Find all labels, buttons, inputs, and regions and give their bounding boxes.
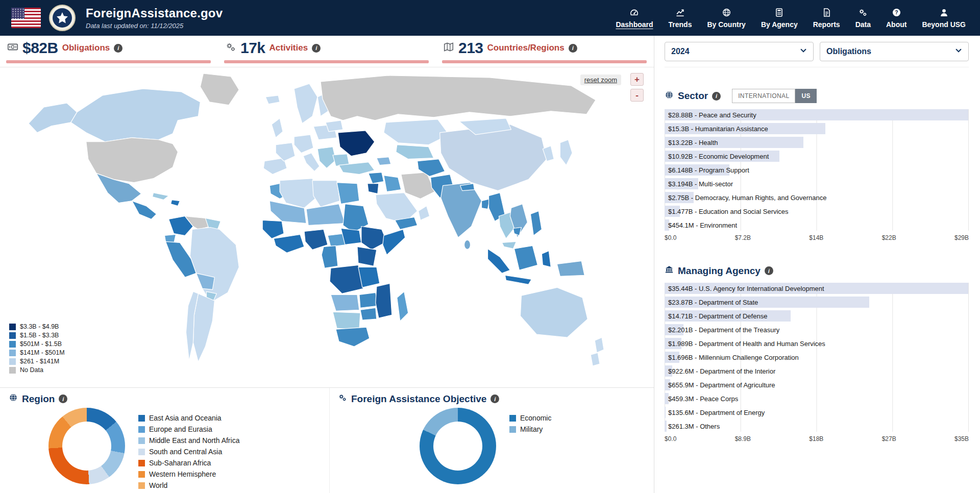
agency-bar-row[interactable]: $655.9M - Department of Agriculture (665, 379, 968, 390)
agency-bar-row[interactable]: $261.3M - Others (665, 421, 968, 432)
agency-bar-row[interactable]: $922.6M - Department of the Interior (665, 365, 968, 377)
stat-underline (6, 60, 211, 63)
nav-dashboard[interactable]: Dashboard (616, 8, 653, 29)
sector-bar-row[interactable]: $2.75B - Democracy, Human Rights, and Go… (665, 192, 968, 203)
objective-donut-chart[interactable] (420, 408, 496, 484)
agency-bar-row[interactable]: $35.44B - U.S. Agency for International … (665, 283, 968, 294)
sector-bar-label: $454.1M - Environment (668, 221, 737, 229)
agency-bar-row[interactable]: $14.71B - Department of Defense (665, 310, 968, 322)
nav-label: About (886, 20, 906, 29)
legend-swatch (509, 426, 516, 433)
activities-value: 17k (240, 39, 265, 57)
region-legend-item[interactable]: South and Central Asia (138, 448, 239, 456)
nav-beyond-usg[interactable]: Beyond USG (922, 8, 966, 29)
reset-zoom-button[interactable]: reset zoom (580, 75, 621, 85)
objective-gears-icon (338, 393, 347, 405)
sector-bar-row[interactable]: $13.22B - Health (665, 137, 968, 148)
agency-bar-row[interactable]: $1.696B - Millennium Challenge Corporati… (665, 352, 968, 363)
agency-bar-row[interactable]: $2.201B - Department of the Treasury (665, 324, 968, 335)
agency-axis: $0.0$8.9B$18B$27B$35B (665, 435, 969, 442)
sector-bar-row[interactable]: $1.477B - Education and Social Services (665, 206, 968, 217)
sector-bar-row[interactable]: $15.3B - Humanitarian Assistance (665, 123, 968, 134)
zoom-out-button[interactable]: - (630, 89, 644, 102)
agency-info-icon[interactable] (765, 266, 773, 275)
region-legend-item[interactable]: Middle East and North Africa (138, 436, 239, 445)
legend-swatch (509, 415, 516, 422)
site-title[interactable]: ForeignAssistance.gov (86, 6, 223, 20)
agency-axis-tick: $0.0 (665, 435, 676, 442)
sector-bar-row[interactable]: $454.1M - Environment (665, 219, 968, 231)
sector-axis: $0.0$7.2B$14B$22B$29B (665, 234, 969, 241)
nav-by-country[interactable]: By Country (707, 8, 745, 29)
map-legend-item: $1.5B - $3.3B (9, 332, 65, 339)
agency-bar-label: $655.9M - Department of Agriculture (668, 381, 775, 389)
objective-legend-item[interactable]: Economic (509, 414, 551, 422)
legend-swatch (9, 332, 16, 339)
gauge-icon (629, 8, 639, 18)
sector-toggle-us[interactable]: US (795, 89, 816, 103)
year-select-value: 2024 (671, 47, 690, 56)
sector-bar-row[interactable]: $10.92B - Economic Development (665, 151, 968, 162)
activities-info-icon[interactable] (312, 44, 321, 53)
stat-activities: 17k Activities (218, 36, 436, 67)
year-select[interactable]: 2024 (665, 42, 814, 61)
legend-label: Europe and Eurasia (149, 425, 212, 433)
region-legend-item[interactable]: Sub-Saharan Africa (138, 459, 239, 467)
region-info-icon[interactable] (59, 395, 67, 403)
sector-bar-row[interactable]: $3.194B - Multi-sector (665, 178, 968, 189)
sector-bar-row[interactable]: $28.88B - Peace and Security (665, 109, 968, 120)
agency-bar-label: $1.989B - Department of Health and Human… (668, 340, 825, 348)
right-panel: 2024 Obligations Sector INTERNATIONALUS … (654, 36, 980, 493)
nav-label: Data (855, 20, 871, 29)
legend-swatch (9, 358, 16, 365)
legend-swatch (138, 426, 145, 433)
zoom-in-button[interactable]: + (630, 73, 644, 86)
world-map[interactable] (0, 67, 654, 387)
nav-reports[interactable]: Reports (813, 8, 840, 29)
legend-label: $141M - $501M (20, 349, 65, 356)
svg-text:?: ? (895, 10, 898, 15)
nav-about[interactable]: ?About (886, 8, 906, 29)
sector-toggle-international[interactable]: INTERNATIONAL (732, 89, 795, 103)
obligations-info-icon[interactable] (114, 44, 122, 53)
sector-bar-label: $28.88B - Peace and Security (668, 111, 756, 119)
legend-label: $261 - $141M (20, 358, 59, 365)
calculator-icon (774, 8, 784, 18)
region-donut-chart[interactable] (48, 408, 125, 484)
map-legend-item: $141M - $501M (9, 349, 65, 356)
agency-bar-row[interactable]: $135.6M - Department of Energy (665, 407, 968, 418)
sector-bar-label: $13.22B - Health (668, 139, 718, 146)
region-legend-item[interactable]: East Asia and Oceania (138, 414, 239, 422)
report-icon (822, 8, 831, 18)
agency-bar-row[interactable]: $1.989B - Department of Health and Human… (665, 338, 968, 349)
nav-label: By Country (707, 20, 745, 29)
agency-axis-tick: $27B (882, 435, 896, 442)
region-legend-item[interactable]: Europe and Eurasia (138, 425, 239, 433)
main-nav: DashboardTrendsBy CountryBy AgencyReport… (616, 8, 969, 29)
sector-bar-label: $6.148B - Program Support (668, 166, 749, 174)
objective-legend-item[interactable]: Military (509, 425, 551, 433)
agency-bar-row[interactable]: $459.3M - Peace Corps (665, 393, 968, 404)
sector-bar-row[interactable]: $6.148B - Program Support (665, 164, 968, 176)
nav-trends[interactable]: Trends (669, 8, 692, 29)
sector-info-icon[interactable] (712, 92, 721, 101)
objective-section: Foreign Assistance Objective EconomicMil… (329, 388, 654, 493)
bank-icon (665, 265, 674, 277)
nav-data[interactable]: Data (855, 8, 871, 29)
nav-by-agency[interactable]: By Agency (761, 8, 798, 29)
metric-select[interactable]: Obligations (820, 42, 969, 61)
objective-info-icon[interactable] (491, 395, 499, 403)
countries-info-icon[interactable] (569, 44, 577, 53)
region-legend-item[interactable]: Western Hemisphere (138, 470, 239, 478)
sector-bar-label: $10.92B - Economic Development (668, 153, 769, 160)
obligations-label: Obligations (62, 43, 110, 53)
money-icon (7, 41, 18, 55)
sector-scope-toggle: INTERNATIONALUS (732, 89, 817, 103)
region-legend-item[interactable]: World (138, 481, 239, 489)
agency-axis-tick: $8.9B (735, 435, 751, 442)
sector-bar-label: $1.477B - Education and Social Services (668, 208, 789, 215)
legend-label: World (149, 481, 167, 489)
agency-bar-row[interactable]: $23.87B - Department of State (665, 297, 968, 308)
legend-swatch (138, 415, 145, 422)
objective-legend: EconomicMilitary (509, 414, 551, 436)
